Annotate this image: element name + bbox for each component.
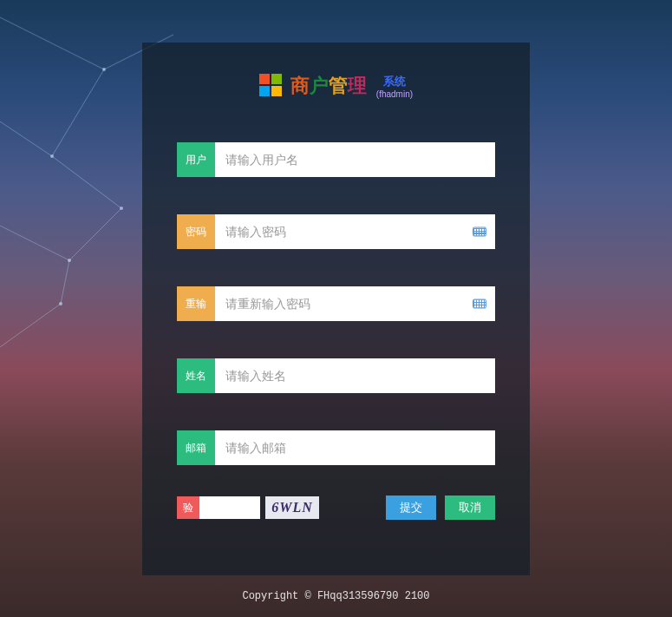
svg-line-7 bbox=[0, 304, 61, 347]
email-label: 邮箱 bbox=[177, 430, 215, 465]
bottom-row: 验 6WLN 提交 取消 bbox=[142, 496, 530, 520]
app-subtitle: 系统 (fhadmin) bbox=[376, 73, 413, 99]
repassword-field-row: 重输 bbox=[177, 286, 495, 321]
captcha-label: 验 bbox=[177, 496, 199, 519]
register-form: 用户 密码 重输 姓名 邮箱 bbox=[142, 142, 530, 465]
captcha-group: 验 6WLN bbox=[177, 496, 319, 519]
repassword-label: 重输 bbox=[177, 286, 215, 321]
logo-title: 商户管理 系统 (fhadmin) bbox=[142, 73, 530, 99]
username-label: 用户 bbox=[177, 142, 215, 177]
copyright-text: Copyright © FHqq313596790 2100 bbox=[0, 590, 672, 602]
svg-line-1 bbox=[52, 69, 104, 156]
submit-button[interactable]: 提交 bbox=[386, 496, 436, 520]
keyboard-icon[interactable] bbox=[473, 299, 486, 309]
realname-input[interactable] bbox=[215, 358, 495, 393]
svg-line-2 bbox=[0, 121, 52, 156]
repassword-input[interactable] bbox=[215, 286, 495, 321]
password-field-row: 密码 bbox=[177, 214, 495, 249]
svg-line-0 bbox=[0, 17, 104, 69]
svg-point-11 bbox=[68, 259, 71, 262]
app-title: 商户管理 bbox=[290, 73, 367, 99]
keyboard-icon[interactable] bbox=[473, 227, 486, 237]
password-label: 密码 bbox=[177, 214, 215, 249]
svg-point-9 bbox=[102, 68, 106, 71]
logo-icon bbox=[259, 74, 284, 98]
captcha-image[interactable]: 6WLN bbox=[265, 496, 319, 519]
svg-point-12 bbox=[120, 207, 123, 210]
svg-line-4 bbox=[69, 208, 121, 260]
svg-line-8 bbox=[61, 260, 69, 304]
svg-line-3 bbox=[0, 226, 69, 260]
username-field-row: 用户 bbox=[177, 142, 495, 177]
realname-field-row: 姓名 bbox=[177, 358, 495, 393]
password-input[interactable] bbox=[215, 214, 495, 249]
email-field-row: 邮箱 bbox=[177, 430, 495, 465]
captcha-input[interactable] bbox=[199, 496, 260, 519]
svg-point-13 bbox=[59, 302, 62, 305]
svg-line-5 bbox=[52, 156, 121, 208]
cancel-button[interactable]: 取消 bbox=[445, 496, 495, 520]
svg-point-10 bbox=[50, 154, 54, 158]
email-input[interactable] bbox=[215, 430, 495, 465]
username-input[interactable] bbox=[215, 142, 495, 177]
register-panel: 商户管理 系统 (fhadmin) 用户 密码 重输 姓名 邮箱 bbox=[142, 43, 530, 575]
realname-label: 姓名 bbox=[177, 358, 215, 393]
